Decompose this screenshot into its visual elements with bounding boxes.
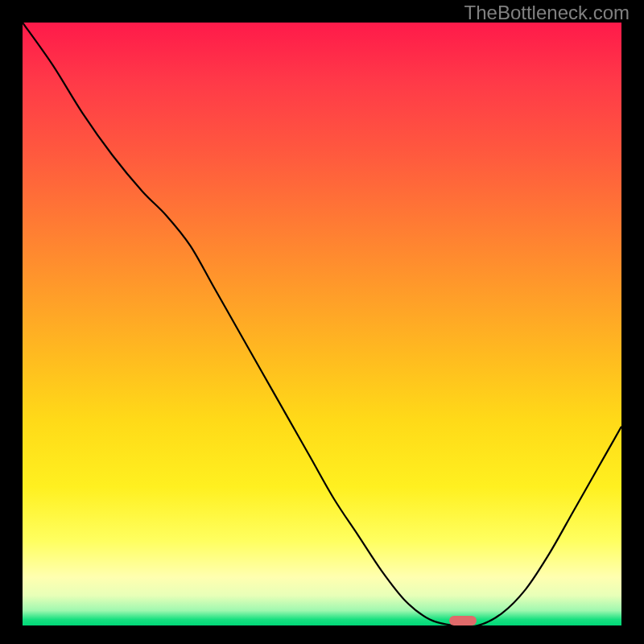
watermark-text: TheBottleneck.com	[464, 2, 630, 24]
chart-area	[20, 20, 624, 628]
optimal-point-marker	[449, 616, 476, 625]
bottleneck-curve	[23, 23, 621, 625]
